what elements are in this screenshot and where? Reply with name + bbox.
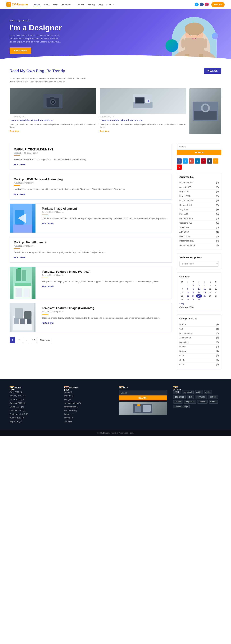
tag-chat[interactable]: chat (186, 395, 194, 399)
archive-item-0[interactable]: November 2020(2) (179, 180, 219, 185)
linkedin-social-icon[interactable]: in (195, 158, 200, 164)
footer-archive-item[interactable]: June 2019 (5) (10, 390, 58, 394)
nav-contact[interactable]: Contact (106, 3, 114, 6)
cal-cell[interactable]: 15 (185, 291, 190, 294)
cal-cell[interactable]: 25 (202, 294, 207, 298)
footer-search-input[interactable] (119, 390, 167, 396)
cal-cell[interactable]: 16 (190, 291, 196, 294)
twitter-icon[interactable]: 𝕏 (195, 2, 198, 6)
instagram-icon[interactable]: 📷 (205, 2, 209, 6)
tag-audio[interactable]: audio (204, 390, 212, 394)
tag-8bit[interactable]: 8BIT (173, 390, 181, 394)
hire-me-button[interactable]: Hire Me (211, 2, 224, 7)
cat-item-7[interactable]: Cat A(3) (179, 354, 219, 358)
cal-cell[interactable]: 4 (202, 284, 207, 287)
post-5-read-more[interactable]: READ MORE (42, 286, 54, 288)
nav-skills[interactable]: Skills (53, 3, 58, 6)
tag-aside[interactable]: aside (194, 390, 203, 394)
nav-portfolio[interactable]: Portfolio (77, 3, 85, 6)
archive-item-14[interactable]: September 2018(2) (179, 243, 219, 248)
archive-item-12[interactable]: March 2019(3) (179, 234, 219, 238)
archive-item-8[interactable]: February 2019(4) (179, 216, 219, 221)
footer-cat-item[interactable]: arrangement (1) (64, 405, 112, 408)
cal-cell[interactable]: 22 (185, 294, 190, 298)
cat-item-3[interactable]: Arrangement(6) (179, 336, 219, 340)
archive-item-4[interactable]: December 2019(2) (179, 198, 219, 203)
archives-dropdown-select[interactable]: Select Month (179, 261, 219, 266)
cal-cell[interactable]: 2 (190, 284, 196, 287)
archive-item-7[interactable]: May 2019(3) (179, 212, 219, 216)
post-6-read-more[interactable]: READ MORE (42, 322, 54, 324)
footer-cat-item[interactable]: sub (1) (64, 398, 112, 401)
pinterest-social-icon[interactable]: P (201, 158, 206, 164)
cal-cell[interactable]: 9 (190, 287, 196, 291)
sidebar-search-button[interactable]: SEARCH (177, 150, 221, 155)
footer-cat-item[interactable]: border (1) (64, 412, 112, 416)
cal-cell[interactable]: 8 (185, 287, 190, 291)
blog-card-1-read-more[interactable]: Read More (10, 130, 19, 132)
tag-comments[interactable]: comments (195, 395, 207, 399)
cal-cell[interactable]: 30 (190, 298, 196, 301)
hero-read-more-button[interactable]: READ MORE (10, 48, 31, 54)
post-4-read-more[interactable]: READ MORE (14, 256, 26, 258)
footer-archive-item[interactable]: September 2010 (2) (10, 412, 58, 416)
tag-embeds[interactable]: embeds (197, 400, 208, 404)
archive-item-13[interactable]: December 2018(4) (179, 238, 219, 243)
archive-item-2[interactable]: May 2020(5) (179, 190, 219, 194)
tag-excerpt[interactable]: excerpt (209, 400, 218, 404)
nav-about[interactable]: About (44, 3, 49, 6)
cal-cell[interactable]: 31 (196, 298, 202, 301)
footer-archive-item[interactable]: August 2010 (3) (10, 416, 58, 420)
archive-item-9[interactable]: October 2019(2) (179, 221, 219, 225)
cal-cell[interactable]: 1 (185, 284, 190, 287)
cat-item-6[interactable]: Buying(1) (179, 349, 219, 354)
facebook-social-icon[interactable]: f (177, 158, 182, 164)
tag-featured-image[interactable]: featured image (173, 404, 190, 408)
footer-cat-item[interactable]: cat A (1) (64, 420, 112, 423)
archive-item-6[interactable]: July 2019(1) (179, 207, 219, 212)
next-page-button[interactable]: Next Page (38, 337, 52, 343)
cal-cell[interactable]: 18 (202, 291, 207, 294)
footer-archive-item[interactable]: January 2013 (6) (10, 394, 58, 398)
tag-content[interactable]: content (208, 395, 218, 399)
footer-archive-item[interactable]: March 2011 (1) (10, 405, 58, 408)
page-btn-1[interactable]: 1 (10, 337, 15, 343)
tag-dawork[interactable]: dawork (173, 400, 183, 404)
footer-search-button[interactable]: SEARCH (119, 396, 167, 400)
footer-archive-item[interactable]: October 2010 (1) (10, 408, 58, 412)
archive-item-10[interactable]: June 2019(4) (179, 225, 219, 230)
cat-item-4[interactable]: Asmodeus(2) (179, 340, 219, 344)
footer-cat-item[interactable]: aciform (1) (64, 394, 112, 398)
page-btn-12[interactable]: 12 (31, 337, 37, 343)
google-plus-social-icon[interactable]: G+ (189, 158, 194, 164)
post-3-read-more[interactable]: READ MORE (42, 222, 54, 225)
footer-archive-item[interactable]: July 2010 (1) (10, 420, 58, 423)
cal-cell[interactable]: 3 (196, 284, 202, 287)
cal-cell[interactable]: 23 (190, 294, 196, 298)
nav-blog[interactable]: Blog (98, 3, 103, 6)
footer-archive-item[interactable]: March 2012 (5) (10, 398, 58, 401)
cat-item-5[interactable]: Broder(4) (179, 344, 219, 349)
cal-cell-today[interactable]: 24 (196, 294, 202, 298)
archive-item-5[interactable]: October 2019(4) (179, 203, 219, 207)
logo[interactable]: CV·Resume (7, 2, 28, 7)
cat-item-1[interactable]: Sub(1) (179, 327, 219, 331)
nav-home[interactable]: Home (34, 3, 40, 6)
twitter-social-icon[interactable]: t (183, 158, 188, 164)
archive-item-1[interactable]: August 2020(3) (179, 185, 219, 190)
tag-edge-case[interactable]: edge case (184, 400, 196, 404)
rss-social-icon[interactable]: ⌇ (213, 158, 218, 164)
post-2-read-more[interactable]: READ MORE (14, 193, 26, 196)
cal-cell[interactable]: 10 (196, 287, 202, 291)
page-btn-2[interactable]: 2 (17, 337, 22, 343)
cat-item-0[interactable]: Aciform(1) (179, 322, 219, 327)
archive-item-11[interactable]: April 2019(1) (179, 230, 219, 234)
calendar-prev[interactable]: « Sep (179, 302, 184, 305)
footer-cat-item[interactable]: buying (3) (64, 416, 112, 420)
cat-item-2[interactable]: Antiquarianism(5) (179, 331, 219, 336)
footer-cat-item[interactable]: antiquarianism (3) (64, 401, 112, 405)
post-1-read-more[interactable]: READ MORE (14, 164, 26, 166)
blog-card-2-read-more[interactable]: Read More (100, 130, 109, 132)
tag-categories[interactable]: categories (173, 395, 186, 399)
cat-item-9[interactable]: Cat C(2) (179, 362, 219, 367)
